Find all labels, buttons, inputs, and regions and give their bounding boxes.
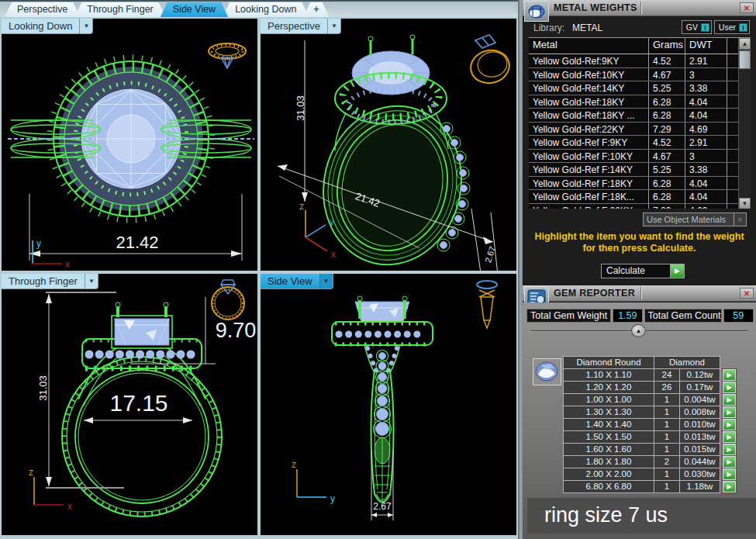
diamond-thumbnail-icon (533, 359, 561, 385)
ring-size-note: ring size 7 us (527, 498, 756, 534)
gem-table-row[interactable]: 1.30 X 1.3010.008tw▶ (564, 406, 736, 419)
tab-looking-down[interactable]: Looking Down (223, 2, 309, 17)
metal-cell-dwt: 4.69 (685, 123, 727, 136)
metal-cell-grams: 7.29 (649, 123, 685, 136)
metal-cell-name: Yellow Gold-Ref:14KY (529, 81, 649, 95)
gem-cell-size: 1.60 X 1.60 (563, 443, 654, 456)
metal-cell-grams: 6.28 (649, 177, 685, 190)
dimension-label-thickness: 2.67 (368, 501, 397, 512)
gem-table-row[interactable]: 6.80 X 6.8011.18tw▶ (564, 481, 736, 493)
metal-table-row[interactable]: Yellow Gold-Ref:10KY4.673 (529, 68, 751, 82)
gem-table-row[interactable]: 1.40 X 1.4010.010tw▶ (564, 419, 736, 431)
gem-row-action-button[interactable]: ▶ (723, 382, 736, 393)
gem-table-row[interactable]: 1.80 X 1.8020.044tw▶ (564, 456, 736, 468)
gem-row-action-button[interactable]: ▶ (723, 394, 736, 406)
metal-table-row[interactable]: Yellow Gold-Ref F:22KY7.294.69 (529, 204, 751, 209)
viewport-through-finger[interactable]: Through Finger ▼ (2, 274, 257, 535)
dimension-label-width: 21.42 (75, 233, 199, 253)
gem-row-action-button[interactable]: ▶ (723, 481, 736, 492)
metal-table-row[interactable]: Yellow Gold-Ref F:9KY4.522.91 (529, 136, 751, 150)
close-icon[interactable]: ✕ (740, 288, 754, 299)
viewport-label-perspective[interactable]: Perspective ▼ (261, 19, 341, 34)
calculate-button[interactable]: Calculate ▶ (601, 264, 685, 278)
axis-indicator: z x (29, 467, 72, 512)
metal-table-row[interactable]: Yellow Gold-Ref F:10KY4.673 (529, 150, 751, 164)
svg-text:y: y (330, 216, 334, 227)
gv-toggle-button[interactable]: GV I (682, 20, 712, 34)
metal-table-row[interactable]: Yellow Gold-Ref F:14KY5.253.38 (529, 163, 751, 177)
viewport-label-looking-down[interactable]: Looking Down ▼ (2, 19, 93, 34)
gem-cell-count: 1 (654, 418, 680, 431)
metal-cell-name: Yellow Gold-Ref F:18K... (529, 190, 649, 203)
metal-table-row[interactable]: Yellow Gold-Ref:18KY6.284.04 (529, 95, 751, 109)
panel-title: GEM REPORTER (554, 288, 635, 299)
svg-text:z: z (29, 467, 33, 478)
viewport-perspective[interactable]: Perspective ▼ (261, 19, 516, 271)
metal-table-row[interactable]: Yellow Gold-Ref:14KY5.253.38 (529, 81, 751, 95)
metal-cell-name: Yellow Gold-Ref:18KY (529, 95, 649, 109)
metal-cell-dwt: 4.04 (685, 177, 727, 190)
ring-orientation-icon (477, 281, 497, 328)
metal-table-row[interactable]: Yellow Gold-Ref:18KY ...6.284.04 (529, 109, 751, 123)
gem-row-action-button[interactable]: ▶ (723, 431, 736, 443)
metal-cell-grams: 6.28 (649, 109, 685, 122)
tab-side-view[interactable]: Side View (161, 2, 228, 17)
radio-icon: ○ (734, 213, 746, 226)
viewport-label-through-finger[interactable]: Through Finger ▼ (2, 274, 98, 289)
gem-table-row[interactable]: 1.10 X 1.10240.12tw▶ (564, 369, 736, 382)
metal-cell-name: Yellow Gold-Ref F:10KY (529, 150, 649, 163)
metal-cell-dwt: 3.38 (685, 163, 727, 176)
viewport-side-view[interactable]: Side View ▼ (261, 274, 516, 535)
gem-table-row[interactable]: 1.60 X 1.6010.015tw▶ (564, 444, 736, 456)
ring-orientation-icon (209, 43, 246, 68)
gem-row-action-button[interactable]: ▶ (723, 369, 736, 381)
gem-table-row[interactable]: 2.00 X 2.0010.030tw▶ (564, 468, 736, 481)
chevron-down-icon: ▼ (319, 274, 333, 289)
scrollbar-thumb[interactable] (739, 50, 751, 69)
gem-row-action-button[interactable]: ▶ (723, 468, 736, 480)
gem-cell-weight: 0.010tw (679, 418, 720, 431)
gem-thumbnail-button[interactable] (533, 358, 561, 385)
user-toggle-button[interactable]: User I (714, 20, 750, 34)
dimension-label-inner-diameter: 17.15 (93, 390, 185, 416)
gem-header-type: Diamond (654, 356, 720, 369)
metal-table-row[interactable]: Yellow Gold-Ref:22KY7.294.69 (529, 123, 751, 136)
materials-dropdown[interactable]: Use Object Materials ○ (643, 212, 747, 226)
gem-table-body: 1.10 X 1.10240.12tw▶1.20 X 1.20260.17tw▶… (564, 369, 736, 493)
tab-through-finger[interactable]: Through Finger (74, 2, 165, 17)
close-icon[interactable]: ✕ (740, 2, 754, 13)
viewport-label-side-view[interactable]: Side View ▼ (261, 274, 333, 289)
scroll-down-icon[interactable]: ▼ (739, 198, 751, 209)
metal-cell-name: Yellow Gold-Ref:10KY (529, 68, 649, 81)
scroll-up-icon[interactable]: ▲ (739, 38, 751, 50)
tab-perspective[interactable]: Perspective (5, 2, 80, 17)
gem-row-action-button[interactable]: ▶ (723, 456, 736, 468)
add-viewport-tab[interactable]: + (303, 2, 329, 17)
gem-table-row[interactable]: 1.50 X 1.5010.013tw▶ (564, 431, 736, 444)
collapse-toggle-icon[interactable]: ▲ (631, 324, 646, 337)
gem-row-action-button[interactable]: ▶ (723, 419, 736, 430)
svg-text:z: z (299, 201, 304, 212)
gem-table-row[interactable]: 1.20 X 1.20260.17tw▶ (564, 382, 736, 394)
gem-row-action-button[interactable]: ▶ (723, 444, 736, 455)
metal-cell-name: Yellow Gold-Ref F:9KY (529, 136, 649, 149)
ring-perspective-wireframe[interactable]: z y x (261, 19, 516, 271)
gem-cell-weight: 0.044tw (679, 455, 720, 468)
metal-table-row[interactable]: Yellow Gold-Ref:9KY4.522.91 (529, 54, 751, 68)
gem-row-action-button[interactable]: ▶ (723, 406, 736, 418)
svg-text:y: y (36, 238, 41, 249)
viewport-looking-down[interactable]: Looking Down ▼ (2, 19, 257, 271)
chevron-down-icon: ▼ (79, 19, 92, 33)
dimension-label-height: 31.03 (37, 368, 49, 409)
metal-table-row[interactable]: Yellow Gold-Ref F:18KY6.284.04 (529, 177, 751, 191)
gem-table-row[interactable]: 1.00 X 1.0010.004tw▶ (564, 394, 736, 406)
metal-cell-name: Yellow Gold-Ref:9KY (529, 54, 649, 67)
gem-reporter-titlebar: GEM REPORTER ✕ (523, 285, 756, 302)
metal-table-scrollbar[interactable]: ▲ ▼ (738, 38, 751, 209)
ring-side-view-wireframe[interactable]: z y (261, 274, 516, 535)
metal-table-row[interactable]: Yellow Gold-Ref F:18K...6.284.04 (529, 190, 751, 204)
dimension-label-height: 31.03 (295, 88, 306, 130)
materials-dropdown-label: Use Object Materials (644, 215, 734, 224)
metal-table-body: Yellow Gold-Ref:9KY4.522.91Yellow Gold-R… (529, 54, 751, 209)
gem-cell-weight: 0.17tw (679, 381, 720, 394)
